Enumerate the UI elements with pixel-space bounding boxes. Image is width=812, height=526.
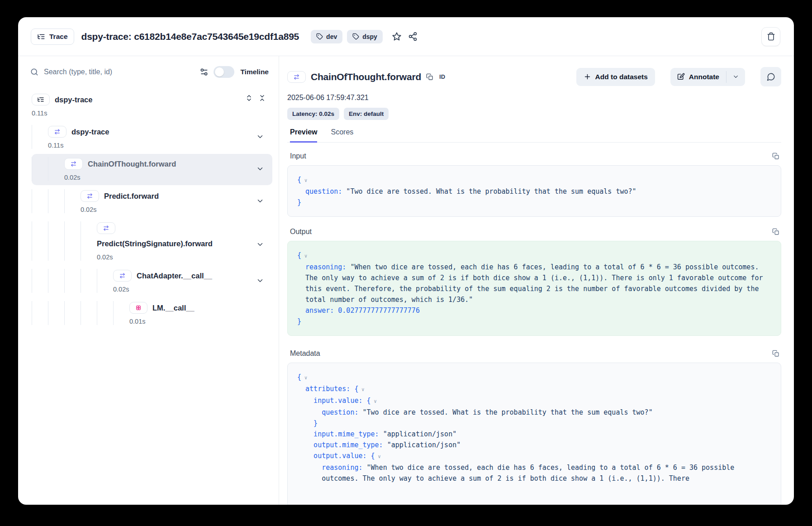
- tree-row-chainofthought-forward[interactable]: ChainOfThought.forward 0.02s: [32, 154, 272, 185]
- collapse-all-icon: [258, 94, 266, 102]
- share-button[interactable]: [408, 32, 418, 41]
- span-arrows-icon: [102, 225, 110, 231]
- span-label: dspy-trace: [55, 96, 92, 104]
- annotate-menu-button[interactable]: [727, 68, 745, 86]
- span-type-badge: [129, 302, 147, 314]
- metadata-section-title: Metadata: [290, 349, 320, 358]
- trace-title: dspy-trace: c6182b14e8e7ac7543645e19cdf1…: [81, 31, 299, 42]
- search-icon: [30, 67, 39, 77]
- span-type-badge: [64, 158, 83, 170]
- tree-row-predict-stringsignature-forward[interactable]: Predict(StringSignature).forward 0.02s: [32, 218, 272, 265]
- tree-row-root[interactable]: dspy-trace 0.11s: [32, 90, 272, 121]
- trace-header: Trace dspy-trace: c6182b14e8e7ac7543645e…: [18, 17, 794, 56]
- span-duration: 0.02s: [97, 253, 272, 261]
- span-timestamp: 2025-06-06 17:59:47.321: [287, 94, 781, 102]
- tab-preview[interactable]: Preview: [290, 128, 317, 143]
- timeline-label: Timeline: [240, 68, 269, 76]
- trash-icon: [767, 32, 775, 41]
- span-arrows-icon: [293, 74, 300, 80]
- span-detail-header: ChainOfThought.forward ID Add to dataset…: [287, 67, 781, 86]
- tag-list: dev dspy: [311, 30, 383, 43]
- span-arrows-icon: [53, 129, 61, 135]
- tag-label: dspy: [362, 33, 377, 40]
- span-detail-title: ChainOfThought.forward: [311, 72, 421, 82]
- search-input[interactable]: [44, 68, 195, 76]
- env-badge: Env: default: [344, 108, 389, 120]
- list-tree-icon: [37, 96, 44, 103]
- input-json-viewer[interactable]: { ∨question: "Two dice are tossed. What …: [287, 165, 781, 217]
- copy-id-button[interactable]: [426, 73, 433, 81]
- chevron-down-icon[interactable]: [256, 133, 264, 141]
- timeline-toggle[interactable]: [214, 66, 234, 78]
- trace-badge-label: Trace: [49, 33, 68, 41]
- tree-search-row: Timeline: [18, 56, 279, 85]
- tree-row-dspy-trace[interactable]: dspy-trace 0.11s: [32, 122, 272, 153]
- input-section-title: Input: [290, 152, 306, 160]
- tag-icon: [352, 33, 359, 40]
- span-label: Predict.forward: [104, 192, 159, 201]
- span-type-badge: [97, 222, 115, 234]
- expand-all-icon: [245, 94, 253, 102]
- copy-metadata-button[interactable]: [772, 350, 779, 357]
- copy-icon: [772, 228, 779, 235]
- input-section-header: Input: [290, 152, 779, 160]
- tree-row-lm-call[interactable]: LM.__call__ 0.01s: [32, 298, 272, 329]
- span-duration: 0.02s: [64, 174, 272, 181]
- comments-button[interactable]: [760, 67, 781, 86]
- collapse-all-button[interactable]: [258, 94, 266, 102]
- trace-tree-panel: Timeline dspy-trace: [18, 56, 279, 505]
- tag-dspy[interactable]: dspy: [347, 30, 383, 43]
- latency-badge: Latency: 0.02s: [287, 108, 339, 120]
- span-duration: 0.02s: [113, 286, 272, 293]
- delete-trace-button[interactable]: [761, 27, 780, 46]
- output-json-viewer[interactable]: { ∨reasoning: "When two dice are tossed,…: [287, 241, 781, 336]
- share-icon: [408, 32, 418, 41]
- tab-scores[interactable]: Scores: [331, 128, 353, 142]
- span-tree: dspy-trace 0.11s: [18, 85, 279, 330]
- copy-icon: [772, 350, 779, 357]
- span-type-badge: [113, 270, 132, 282]
- copy-icon: [426, 73, 433, 81]
- tree-row-chatadapter-call[interactable]: ChatAdapter.__call__ 0.02s: [32, 266, 272, 297]
- chevron-down-icon: [732, 73, 739, 80]
- span-duration: 0.02s: [81, 206, 272, 213]
- chevron-down-icon[interactable]: [256, 197, 264, 205]
- span-type-badge: [81, 190, 99, 202]
- annotate-button[interactable]: Annotate: [670, 68, 726, 86]
- tag-icon: [316, 33, 323, 40]
- span-label: ChainOfThought.forward: [88, 160, 176, 168]
- plus-icon: [584, 73, 591, 81]
- output-section-title: Output: [290, 228, 312, 236]
- chevron-down-icon[interactable]: [256, 165, 264, 173]
- metadata-json-viewer[interactable]: { ∨attributes: { ∨input.value: { ∨questi…: [287, 363, 781, 505]
- output-section-header: Output: [290, 228, 779, 236]
- sliders-icon: [199, 67, 209, 77]
- annotate-label: Annotate: [689, 73, 719, 81]
- span-label: Predict(StringSignature).forward: [97, 239, 213, 248]
- span-label: ChatAdapter.__call__: [137, 272, 212, 280]
- span-duration: 0.11s: [32, 110, 272, 117]
- span-type-badge: [287, 71, 306, 83]
- span-label: dspy-trace: [71, 128, 109, 136]
- copy-input-button[interactable]: [772, 153, 779, 160]
- chevron-down-icon[interactable]: [256, 277, 264, 285]
- tree-row-predict-forward[interactable]: Predict.forward 0.02s: [32, 186, 272, 217]
- span-duration: 0.11s: [48, 142, 272, 149]
- star-icon: [392, 32, 402, 42]
- span-type-badge: [48, 126, 66, 138]
- expand-all-button[interactable]: [245, 94, 253, 102]
- add-to-datasets-label: Add to datasets: [595, 73, 648, 81]
- add-to-datasets-button[interactable]: Add to datasets: [576, 68, 655, 86]
- span-arrows-icon: [70, 161, 77, 167]
- copy-icon: [772, 153, 779, 160]
- tag-dev[interactable]: dev: [311, 30, 342, 43]
- filter-settings-button[interactable]: [199, 67, 209, 77]
- chevron-down-icon[interactable]: [256, 240, 264, 249]
- trace-type-badge: Trace: [31, 29, 74, 45]
- span-detail-panel: ChainOfThought.forward ID Add to dataset…: [279, 56, 794, 505]
- copy-output-button[interactable]: [772, 228, 779, 235]
- list-tree-icon: [37, 33, 45, 41]
- bookmark-star-button[interactable]: [392, 32, 402, 42]
- span-badges: Latency: 0.02s Env: default: [287, 108, 781, 120]
- comment-icon: [767, 72, 775, 81]
